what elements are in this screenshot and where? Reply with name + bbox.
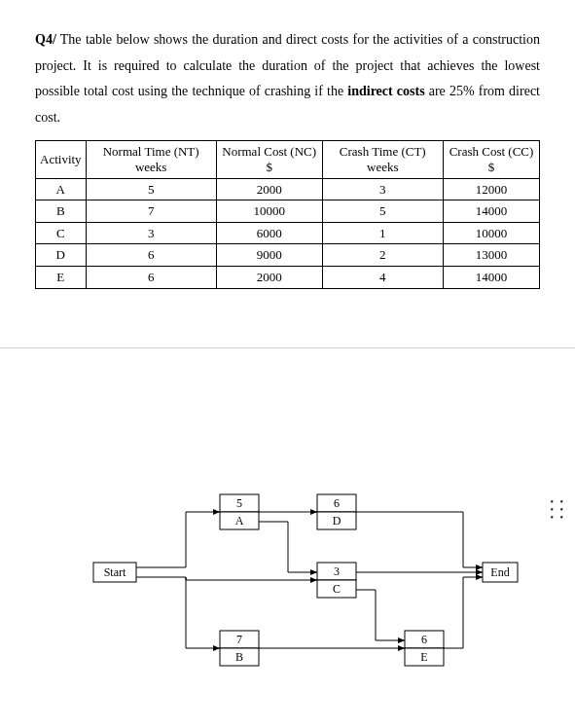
svg-text:E: E — [420, 649, 427, 663]
question-prompt: Q4/ The table below shows the duration a… — [35, 27, 540, 130]
edge-e-end — [444, 577, 483, 648]
diagram-svg: Start 5 A 7 B 3 C 6 D — [74, 465, 541, 699]
svg-text:6: 6 — [421, 632, 427, 645]
node-a: 5 A — [220, 494, 259, 529]
table-row: C 3 6000 1 10000 — [36, 222, 540, 244]
svg-text:7: 7 — [236, 632, 242, 645]
col-activity: Activity — [36, 141, 87, 178]
activity-cost-table: Activity Normal Time (NT) weeks Normal C… — [35, 140, 540, 288]
svg-text:6: 6 — [334, 495, 340, 509]
edge-a-c — [259, 522, 317, 572]
node-c: 3 C — [317, 563, 356, 598]
question-bold-phrase: indirect costs — [347, 84, 424, 98]
node-b: 7 B — [220, 631, 259, 666]
question-label: Q4/ — [35, 32, 56, 47]
section-divider — [0, 347, 575, 348]
edge-c-e — [356, 590, 405, 640]
col-cc: Crash Cost (CC) $ — [443, 141, 539, 178]
svg-text:C: C — [333, 581, 341, 595]
svg-text:5: 5 — [236, 495, 242, 509]
edge-d-end — [356, 512, 483, 567]
edge-start-a — [136, 512, 220, 567]
node-e: 6 E — [405, 631, 444, 666]
svg-text:B: B — [235, 649, 243, 663]
edge-start-c — [186, 577, 317, 580]
svg-text:3: 3 — [334, 564, 340, 577]
node-start-label: Start — [104, 564, 126, 578]
svg-text:A: A — [235, 513, 244, 527]
edge-start-b — [136, 577, 220, 648]
network-diagram: Start 5 A 7 B 3 C 6 D — [35, 465, 540, 699]
svg-text:D: D — [333, 513, 341, 527]
node-d: 6 D — [317, 494, 356, 529]
node-end-label: End — [490, 564, 509, 578]
col-nc: Normal Cost (NC) $ — [216, 141, 322, 178]
table-row: E 6 2000 4 14000 — [36, 266, 540, 288]
table-row: A 5 2000 3 12000 — [36, 178, 540, 200]
col-nt: Normal Time (NT) weeks — [86, 141, 216, 178]
table-row: B 7 10000 5 14000 — [36, 200, 540, 223]
table-row: D 6 9000 2 13000 — [36, 244, 540, 267]
col-ct: Crash Time (CT) weeks — [322, 141, 443, 178]
more-dots-icon: • •• •• • — [550, 498, 565, 522]
